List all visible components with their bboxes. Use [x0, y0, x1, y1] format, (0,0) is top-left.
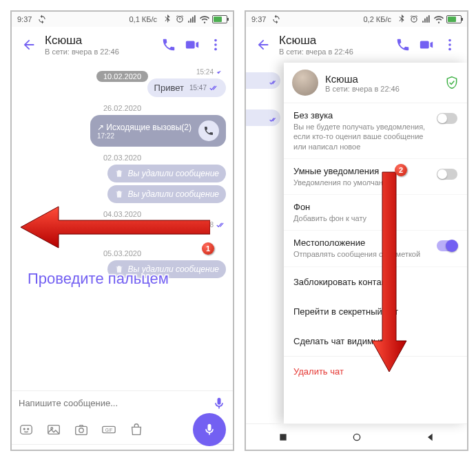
date-separator: 05.03.2020 — [103, 249, 141, 258]
video-icon — [185, 37, 200, 52]
toggle-switch[interactable] — [437, 240, 457, 251]
nav-back-icon[interactable] — [425, 432, 436, 443]
call-log-row[interactable]: ↗ Исходящие вызовы(2) 17:22 — [19, 115, 226, 147]
message-time: 15:47 — [189, 84, 207, 92]
sync-icon — [37, 14, 47, 24]
phone-screenshot-right: 9:37 0,2 КБ/с Ксюша В сети: вчера в 22:4… — [245, 10, 468, 451]
svg-point-2 — [214, 48, 217, 51]
chat-header: Ксюша В сети: вчера в 22:46 — [12, 27, 233, 63]
call-button[interactable] — [391, 33, 415, 56]
svg-point-1 — [214, 43, 217, 46]
setting-delete-chat[interactable]: Удалить чат — [284, 356, 467, 386]
trash-icon — [114, 189, 124, 199]
setting-subtitle: Уведомления по умолчанию — [293, 178, 431, 187]
chat-info-panel: Ксюша В сети: вчера в 22:46 Без звука Вы… — [284, 63, 467, 423]
battery-icon — [446, 15, 462, 23]
status-net: 0,1 КБ/с — [129, 15, 157, 23]
svg-point-14 — [448, 39, 451, 42]
setting-location[interactable]: Местоположение Отправлять сообщения с ге… — [284, 231, 467, 266]
chat-title-block[interactable]: Ксюша В сети: вчера в 22:46 — [279, 34, 391, 56]
sync-icon — [271, 14, 281, 24]
mic-icon — [212, 397, 226, 410]
status-net: 0,2 КБ/с — [363, 15, 391, 23]
trash-icon — [114, 264, 124, 274]
nav-home-icon[interactable] — [351, 432, 362, 443]
read-checks-icon — [216, 69, 226, 76]
shield-icon[interactable] — [445, 76, 459, 90]
svg-rect-3 — [21, 426, 32, 434]
chat-header: Ксюша В сети: вчера в 22:46 — [246, 27, 467, 63]
setting-title: Умные уведомления — [293, 166, 431, 176]
call-button[interactable] — [157, 33, 180, 56]
back-button[interactable] — [17, 33, 41, 56]
setting-mute[interactable]: Без звука Вы не будете получать уведомле… — [284, 103, 467, 159]
avatar[interactable] — [292, 70, 318, 96]
setting-smart-notif[interactable]: Умные уведомления Уведомления по умолчан… — [284, 159, 467, 195]
more-vert-icon — [442, 37, 457, 52]
shop-icon[interactable] — [129, 422, 144, 437]
panel-contact-name: Ксюша — [325, 73, 445, 85]
back-button[interactable] — [251, 33, 275, 56]
toggle-switch[interactable] — [437, 169, 457, 180]
toggle-switch[interactable] — [437, 113, 457, 124]
attachment-row: GIF — [12, 415, 233, 444]
mic-icon — [203, 423, 216, 437]
message-input[interactable] — [19, 398, 207, 408]
voice-alt-button[interactable] — [212, 397, 226, 410]
bluetooth-icon — [397, 14, 406, 24]
read-checks-icon — [216, 222, 226, 229]
message-bubble: Привет 15:47 — [147, 78, 226, 97]
svg-point-15 — [448, 43, 451, 46]
call-bubble: ↗ Исходящие вызовы(2) 17:22 — [90, 115, 226, 147]
date-separator: 02.03.2020 — [103, 154, 141, 162]
status-bar: 9:37 0,1 КБ/с — [12, 12, 233, 27]
nav-recent-icon[interactable] — [278, 432, 289, 443]
chat-last-seen: В сети: вчера в 22:46 — [45, 48, 157, 56]
sticker-icon[interactable] — [19, 422, 34, 437]
deleted-text: Вы удалили сообщение — [128, 169, 220, 178]
call-time: 17:22 — [97, 132, 192, 140]
phone-screenshot-left: 9:37 0,1 КБ/с Ксюша В сети: вчера в 22:4… — [10, 10, 234, 451]
call-text: ↗ Исходящие вызовы(2) — [97, 123, 192, 132]
message-row[interactable]: Вы удалили сообщение — [19, 260, 226, 278]
more-button[interactable] — [204, 33, 227, 56]
camera-icon[interactable] — [74, 422, 89, 437]
phone-icon — [395, 37, 411, 52]
message-row[interactable]: Вы удалили сообщение — [19, 185, 226, 203]
setting-make-visible[interactable]: Сделать чат видимым — [284, 326, 467, 356]
back-arrow-icon — [256, 37, 271, 52]
android-nav-bar — [246, 423, 467, 450]
setting-background[interactable]: Фон Добавить фон к чату — [284, 195, 467, 231]
panel-header: Ксюша В сети: вчера в 22:46 — [284, 63, 467, 103]
setting-secret-chat[interactable]: Перейти в секретный чат — [284, 297, 467, 326]
wifi-icon — [434, 14, 444, 24]
trash-icon — [114, 169, 124, 178]
voice-record-button[interactable] — [193, 413, 226, 446]
svg-point-5 — [28, 428, 29, 430]
setting-title: Без звука — [293, 110, 431, 120]
chat-title-block[interactable]: Ксюша В сети: вчера в 22:46 — [45, 34, 157, 56]
deleted-text: Вы удалили сообщение — [128, 264, 220, 274]
message-row[interactable]: Привет 15:47 — [19, 78, 226, 97]
setting-subtitle: Вы не будете получать уведомления, если … — [293, 122, 431, 151]
wifi-icon — [200, 14, 209, 24]
setting-block-contact[interactable]: Заблокировать контакт — [284, 267, 467, 297]
call-back-button[interactable] — [198, 120, 219, 141]
message-row[interactable]: Вы удалили сообщение — [19, 165, 226, 182]
chat-body[interactable]: 10.02.2020 15:24 Привет 15:47 26.02.2020… — [12, 63, 233, 390]
signal-icon — [187, 14, 197, 24]
status-bar: 9:37 0,2 КБ/с — [246, 12, 467, 27]
bluetooth-icon — [163, 14, 172, 24]
video-call-button[interactable] — [415, 33, 438, 56]
svg-text:GIF: GIF — [105, 428, 113, 432]
gif-icon[interactable]: GIF — [101, 422, 116, 437]
status-time: 9:37 — [17, 15, 32, 23]
gallery-icon[interactable] — [46, 422, 61, 437]
phone-icon — [203, 125, 214, 136]
phone-icon — [161, 37, 176, 52]
date-separator: 26.02.2020 — [103, 104, 141, 112]
chat-last-seen: В сети: вчера в 22:46 — [279, 48, 391, 56]
deleted-message-bubble: Вы удалили сообщение — [107, 185, 227, 203]
video-call-button[interactable] — [180, 33, 204, 56]
more-button[interactable] — [438, 33, 462, 56]
